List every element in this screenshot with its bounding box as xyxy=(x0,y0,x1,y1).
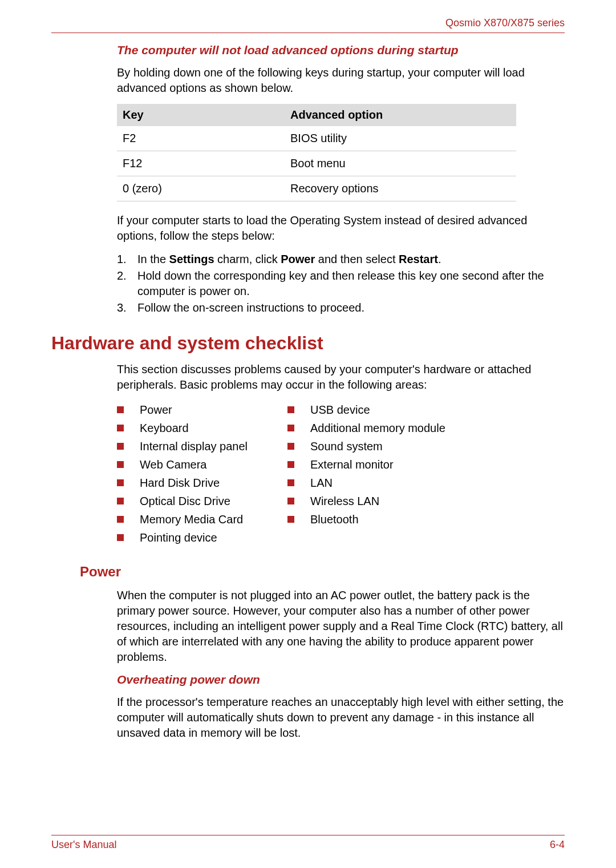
list-item: Additional memory module xyxy=(287,419,445,437)
list-item: Pointing device xyxy=(117,528,248,547)
step-text: In the Settings charm, click Power and t… xyxy=(137,252,565,267)
square-bullet-icon xyxy=(117,534,124,541)
section-heading-startup: The computer will not load advanced opti… xyxy=(117,43,565,57)
list-item: Internal display panel xyxy=(117,437,248,455)
key-option-table: Key Advanced option F2 BIOS utility F12 … xyxy=(117,104,516,201)
footer-page-number: 6-4 xyxy=(550,839,565,851)
square-bullet-icon xyxy=(287,443,294,450)
footer-manual: User's Manual xyxy=(51,839,116,851)
list-item: Sound system xyxy=(287,437,445,455)
hw-intro: This section discusses problems caused b… xyxy=(117,362,565,393)
list-item: Keyboard xyxy=(117,419,248,437)
square-bullet-icon xyxy=(117,443,124,450)
header-series: Qosmio X870/X875 series xyxy=(51,17,565,29)
heading-power: Power xyxy=(80,564,565,580)
table-row: F2 BIOS utility xyxy=(117,126,516,151)
list-item: Bluetooth xyxy=(287,510,445,528)
list-item: Power xyxy=(117,401,248,419)
step-num: 2. xyxy=(117,268,137,284)
square-bullet-icon xyxy=(117,479,124,486)
square-bullet-icon xyxy=(117,406,124,413)
list-item: External monitor xyxy=(287,455,445,474)
square-bullet-icon xyxy=(287,461,294,468)
list-item: Memory Media Card xyxy=(117,510,248,528)
step-1: 1. In the Settings charm, click Power an… xyxy=(117,252,565,267)
document-page: Qosmio X870/X875 series The computer wil… xyxy=(0,0,616,766)
square-bullet-icon xyxy=(117,516,124,523)
square-bullet-icon xyxy=(117,461,124,468)
list-item: LAN xyxy=(287,474,445,492)
step-num: 1. xyxy=(117,252,137,267)
power-body: When the computer is not plugged into an… xyxy=(117,588,565,665)
heading-overheating: Overheating power down xyxy=(117,673,565,687)
square-bullet-icon xyxy=(287,406,294,413)
square-bullet-icon xyxy=(287,479,294,486)
footer-divider xyxy=(51,835,565,835)
checklist-col2: USB device Additional memory module Soun… xyxy=(287,401,445,547)
cell-option: Recovery options xyxy=(285,176,516,201)
step-text: Hold down the corresponding key and then… xyxy=(137,268,565,299)
header-divider xyxy=(51,33,565,33)
list-item: Web Camera xyxy=(117,455,248,474)
square-bullet-icon xyxy=(287,516,294,523)
square-bullet-icon xyxy=(287,498,294,504)
table-header-option: Advanced option xyxy=(285,104,516,126)
table-row: 0 (zero) Recovery options xyxy=(117,176,516,201)
page-footer: User's Manual 6-4 xyxy=(51,835,565,851)
cell-key: F2 xyxy=(117,126,285,151)
list-item: Optical Disc Drive xyxy=(117,492,248,510)
cell-key: 0 (zero) xyxy=(117,176,285,201)
section-intro: By holding down one of the following key… xyxy=(117,65,565,96)
list-item: Wireless LAN xyxy=(287,492,445,510)
square-bullet-icon xyxy=(117,425,124,431)
table-header-key: Key xyxy=(117,104,285,126)
square-bullet-icon xyxy=(117,498,124,504)
overheating-body: If the processor's temperature reaches a… xyxy=(117,695,565,741)
checklist-columns: Power Keyboard Internal display panel We… xyxy=(117,401,565,547)
cell-key: F12 xyxy=(117,151,285,176)
table-row: F12 Boot menu xyxy=(117,151,516,176)
list-item: USB device xyxy=(287,401,445,419)
cell-option: BIOS utility xyxy=(285,126,516,151)
list-item: Hard Disk Drive xyxy=(117,474,248,492)
step-2: 2. Hold down the corresponding key and t… xyxy=(117,268,565,299)
after-table-text: If your computer starts to load the Oper… xyxy=(117,213,565,244)
step-3: 3. Follow the on-screen instructions to … xyxy=(117,300,565,316)
heading-hardware-checklist: Hardware and system checklist xyxy=(51,333,565,354)
step-num: 3. xyxy=(117,300,137,316)
checklist-col1: Power Keyboard Internal display panel We… xyxy=(117,401,248,547)
square-bullet-icon xyxy=(287,425,294,431)
steps-list: 1. In the Settings charm, click Power an… xyxy=(117,252,565,316)
step-text: Follow the on-screen instructions to pro… xyxy=(137,300,565,316)
cell-option: Boot menu xyxy=(285,151,516,176)
